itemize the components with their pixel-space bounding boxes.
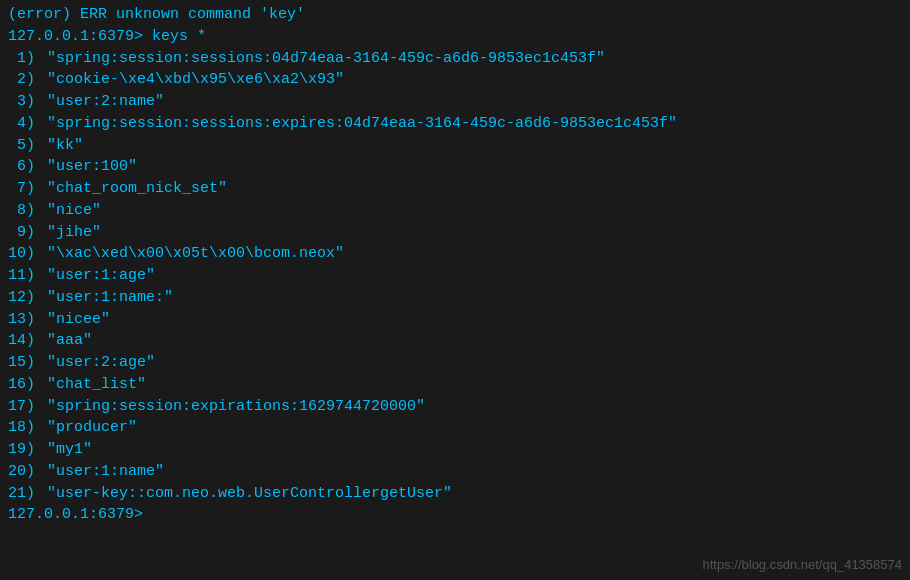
line-number: 4) — [8, 113, 38, 135]
table-row: 2) "cookie-\xe4\xbd\x95\xe6\xa2\x93" — [8, 69, 902, 91]
table-row: 11) "user:1:age" — [8, 265, 902, 287]
line-number: 15) — [8, 352, 38, 374]
line-number: 18) — [8, 417, 38, 439]
table-row: 12) "user:1:name:" — [8, 287, 902, 309]
line-number: 14) — [8, 330, 38, 352]
output-lines: 1) "spring:session:sessions:04d74eaa-316… — [8, 48, 902, 505]
bottom-prompt: 127.0.0.1:6379> — [8, 504, 143, 526]
table-row: 7) "chat_room_nick_set" — [8, 178, 902, 200]
key-value: "user:2:name" — [38, 91, 164, 113]
prompt: 127.0.0.1:6379> — [8, 26, 143, 48]
table-row: 16) "chat_list" — [8, 374, 902, 396]
line-number: 19) — [8, 439, 38, 461]
table-row: 9) "jihe" — [8, 222, 902, 244]
key-value: "nicee" — [38, 309, 110, 331]
error-text: (error) ERR unknown command 'key' — [8, 4, 305, 26]
key-value: "cookie-\xe4\xbd\x95\xe6\xa2\x93" — [38, 69, 344, 91]
table-row: 1) "spring:session:sessions:04d74eaa-316… — [8, 48, 902, 70]
bottom-prompt-line: 127.0.0.1:6379> — [8, 504, 902, 526]
table-row: 19) "my1" — [8, 439, 902, 461]
key-value: "spring:session:sessions:expires:04d74ea… — [38, 113, 677, 135]
line-number: 2) — [8, 69, 38, 91]
line-number: 17) — [8, 396, 38, 418]
line-number: 3) — [8, 91, 38, 113]
table-row: 18) "producer" — [8, 417, 902, 439]
table-row: 6) "user:100" — [8, 156, 902, 178]
line-number: 8) — [8, 200, 38, 222]
key-value: "chat_list" — [38, 374, 146, 396]
key-value: "spring:session:sessions:04d74eaa-3164-4… — [38, 48, 605, 70]
key-value: "producer" — [38, 417, 137, 439]
key-value: "user:2:age" — [38, 352, 155, 374]
command-line: 127.0.0.1:6379> keys * — [8, 26, 902, 48]
table-row: 10) "\xac\xed\x00\x05t\x00\bcom.neox" — [8, 243, 902, 265]
table-row: 8) "nice" — [8, 200, 902, 222]
table-row: 20) "user:1:name" — [8, 461, 902, 483]
key-value: "\xac\xed\x00\x05t\x00\bcom.neox" — [38, 243, 344, 265]
table-row: 5) "kk" — [8, 135, 902, 157]
table-row: 14) "aaa" — [8, 330, 902, 352]
key-value: "user:1:age" — [38, 265, 155, 287]
line-number: 6) — [8, 156, 38, 178]
command: keys * — [143, 26, 206, 48]
line-number: 21) — [8, 483, 38, 505]
key-value: "my1" — [38, 439, 92, 461]
line-number: 20) — [8, 461, 38, 483]
line-number: 12) — [8, 287, 38, 309]
table-row: 15) "user:2:age" — [8, 352, 902, 374]
key-value: "nice" — [38, 200, 101, 222]
watermark: https://blog.csdn.net/qq_41358574 — [703, 557, 903, 572]
key-value: "kk" — [38, 135, 83, 157]
line-number: 1) — [8, 48, 38, 70]
line-number: 5) — [8, 135, 38, 157]
line-number: 13) — [8, 309, 38, 331]
terminal-window: (error) ERR unknown command 'key' 127.0.… — [0, 0, 910, 580]
table-row: 4) "spring:session:sessions:expires:04d7… — [8, 113, 902, 135]
line-number: 10) — [8, 243, 38, 265]
key-value: "spring:session:expirations:162974472000… — [38, 396, 425, 418]
table-row: 21) "user-key::com.neo.web.UserControlle… — [8, 483, 902, 505]
line-number: 16) — [8, 374, 38, 396]
key-value: "chat_room_nick_set" — [38, 178, 227, 200]
line-number: 9) — [8, 222, 38, 244]
key-value: "jihe" — [38, 222, 101, 244]
error-line: (error) ERR unknown command 'key' — [8, 4, 902, 26]
table-row: 13) "nicee" — [8, 309, 902, 331]
key-value: "user:100" — [38, 156, 137, 178]
key-value: "user:1:name:" — [38, 287, 173, 309]
table-row: 17) "spring:session:expirations:16297447… — [8, 396, 902, 418]
key-value: "user:1:name" — [38, 461, 164, 483]
line-number: 11) — [8, 265, 38, 287]
line-number: 7) — [8, 178, 38, 200]
table-row: 3) "user:2:name" — [8, 91, 902, 113]
key-value: "user-key::com.neo.web.UserControllerget… — [38, 483, 452, 505]
key-value: "aaa" — [38, 330, 92, 352]
